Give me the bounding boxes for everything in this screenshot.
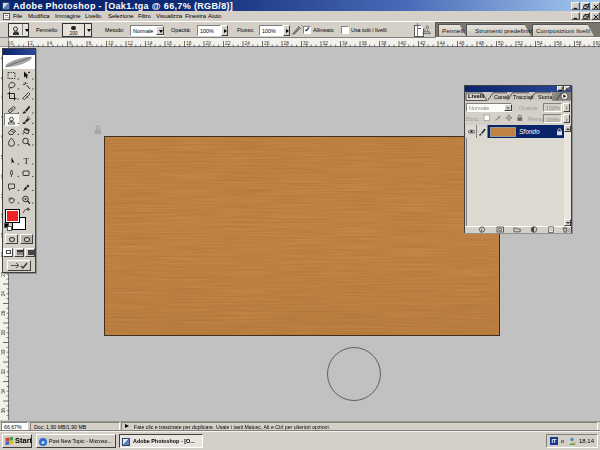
svg-text:50: 50 xyxy=(498,41,504,46)
svg-text:28: 28 xyxy=(284,41,290,46)
svg-text:36: 36 xyxy=(362,41,368,46)
svg-text:6: 6 xyxy=(69,41,72,46)
svg-text:40: 40 xyxy=(401,41,407,46)
svg-text:34: 34 xyxy=(1,388,6,394)
svg-text:8: 8 xyxy=(89,41,92,46)
svg-text:30: 30 xyxy=(303,41,309,46)
svg-text:60: 60 xyxy=(596,41,600,46)
svg-text:36: 36 xyxy=(1,408,6,414)
svg-text:16: 16 xyxy=(167,41,173,46)
svg-text:12: 12 xyxy=(128,41,134,46)
svg-text:22: 22 xyxy=(225,41,231,46)
svg-text:44: 44 xyxy=(440,41,446,46)
svg-text:54: 54 xyxy=(537,41,543,46)
svg-text:52: 52 xyxy=(518,41,524,46)
svg-text:14: 14 xyxy=(147,41,153,46)
svg-text:32: 32 xyxy=(323,41,329,46)
svg-text:58: 58 xyxy=(576,41,582,46)
svg-text:30: 30 xyxy=(1,349,6,355)
svg-text:48: 48 xyxy=(479,41,485,46)
svg-text:26: 26 xyxy=(264,41,270,46)
svg-text:2: 2 xyxy=(30,41,33,46)
svg-text:42: 42 xyxy=(420,41,426,46)
svg-text:0: 0 xyxy=(11,41,14,46)
svg-text:20: 20 xyxy=(206,41,212,46)
svg-text:26: 26 xyxy=(1,310,6,316)
svg-text:46: 46 xyxy=(459,41,465,46)
svg-text:18: 18 xyxy=(186,41,192,46)
svg-text:56: 56 xyxy=(557,41,563,46)
svg-text:28: 28 xyxy=(1,330,6,336)
svg-text:38: 38 xyxy=(381,41,387,46)
svg-text:T: T xyxy=(24,156,30,166)
svg-text:24: 24 xyxy=(1,291,6,297)
svg-text:4: 4 xyxy=(50,41,53,46)
svg-text:34: 34 xyxy=(342,41,348,46)
svg-text:24: 24 xyxy=(245,41,251,46)
svg-text:32: 32 xyxy=(1,369,6,375)
svg-text:10: 10 xyxy=(108,41,114,46)
